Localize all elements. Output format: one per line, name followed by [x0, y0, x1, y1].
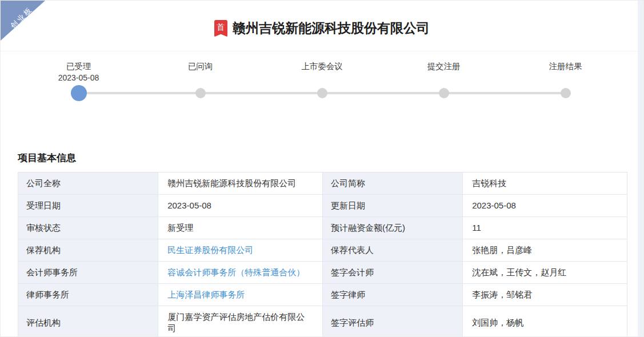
- row-value-2-text: 李振涛，邹铭君: [472, 290, 532, 299]
- timeline-step-dot-icon: [71, 85, 87, 101]
- timeline-step-date: 2023-05-08: [58, 72, 99, 83]
- project-status-page: 创业板 首 赣州吉锐新能源科技股份有限公司 已受理 2023-05-08 已问询…: [0, 0, 644, 337]
- project-basic-info-table: 公司全称 赣州吉锐新能源科技股份有限公司 公司简称 吉锐科技 受理日期 2023…: [18, 172, 627, 337]
- row-label-1: 审核状态: [18, 217, 158, 239]
- row-value-2: 张艳朋，吕彦峰: [463, 239, 627, 262]
- table-row: 评估机构 厦门嘉学资产评估房地产估价有限公司 签字评估师 刘国帅，杨帆: [18, 306, 627, 337]
- row-label-1: 保荐机构: [18, 239, 158, 262]
- timeline-step-label: 已问询: [188, 61, 213, 72]
- timeline-step-label: 注册结果: [549, 61, 582, 72]
- row-value-1-text: 新受理: [167, 223, 193, 232]
- row-value-1: 容诚会计师事务所（特殊普通合伙）: [158, 262, 323, 284]
- table-row: 保荐机构 民生证券股份有限公司 保荐代表人 张艳朋，吕彦峰: [18, 239, 627, 262]
- timeline-step-dot-icon: [195, 88, 206, 98]
- timeline-step: 注册结果: [505, 61, 626, 101]
- review-progress-timeline: 已受理 2023-05-08 已问询 上市委会议 提交注册 注册结果: [18, 61, 626, 106]
- timeline-step-dot-icon: [439, 88, 449, 98]
- row-value-2: 2023-05-08: [463, 195, 627, 217]
- row-label-2: 签字评估师: [322, 306, 462, 337]
- row-value-1: 2023-05-08: [158, 195, 323, 217]
- row-value-2-text: 张艳朋，吕彦峰: [472, 245, 532, 255]
- row-label-1: 受理日期: [18, 195, 158, 217]
- company-title: 赣州吉锐新能源科技股份有限公司: [233, 19, 430, 37]
- row-value-2-text: 2023-05-08: [472, 200, 516, 210]
- row-value-1: 赣州吉锐新能源科技股份有限公司: [158, 172, 323, 195]
- row-value-1: 民生证券股份有限公司: [158, 239, 323, 262]
- row-value-2-text: 沈在斌，王传文，赵月红: [472, 267, 566, 277]
- title-row: 首 赣州吉锐新能源科技股份有限公司: [1, 1, 643, 37]
- page-header: 首 赣州吉锐新能源科技股份有限公司: [1, 1, 643, 51]
- table-row: 审核状态 新受理 预计融资金额(亿元) 11: [18, 217, 627, 239]
- timeline-step: 提交注册: [383, 61, 505, 101]
- row-label-1: 公司全称: [18, 172, 158, 195]
- row-value-1: 新受理: [158, 217, 323, 239]
- row-value-1-text: 厦门嘉学资产评估房地产估价有限公司: [167, 312, 305, 333]
- row-value-2: 李振涛，邹铭君: [463, 284, 627, 306]
- row-value-1-link[interactable]: 容诚会计师事务所（特殊普通合伙）: [167, 267, 305, 277]
- row-value-2-text: 刘国帅，杨帆: [472, 318, 523, 327]
- row-label-2: 签字会计师: [322, 262, 462, 284]
- timeline-dot-holder: [439, 85, 449, 101]
- timeline-steps: 已受理 2023-05-08 已问询 上市委会议 提交注册 注册结果: [18, 61, 626, 101]
- row-value-2: 沈在斌，王传文，赵月红: [463, 262, 627, 284]
- timeline-step: 已问询: [139, 61, 261, 101]
- row-value-1-text: 2023-05-08: [167, 200, 211, 210]
- row-value-2-text: 吉锐科技: [472, 178, 506, 188]
- table-row: 会计师事务所 容诚会计师事务所（特殊普通合伙） 签字会计师 沈在斌，王传文，赵月…: [18, 262, 627, 284]
- row-value-2: 吉锐科技: [463, 172, 627, 195]
- first-issue-badge-icon: 首: [214, 20, 227, 37]
- row-value-2: 刘国帅，杨帆: [463, 306, 627, 337]
- row-label-1: 评估机构: [18, 306, 158, 337]
- table-row: 公司全称 赣州吉锐新能源科技股份有限公司 公司简称 吉锐科技: [18, 172, 627, 195]
- row-label-2: 签字律师: [322, 284, 462, 306]
- row-label-1: 会计师事务所: [18, 262, 158, 284]
- timeline-step-dot-icon: [561, 88, 571, 98]
- row-label-2: 保荐代表人: [322, 239, 462, 262]
- timeline-dot-holder: [317, 85, 327, 101]
- row-value-2: 11: [463, 217, 627, 239]
- timeline-dot-holder: [195, 85, 206, 101]
- row-label-1: 律师事务所: [18, 284, 158, 306]
- row-label-2: 更新日期: [322, 195, 462, 217]
- timeline-step-label: 提交注册: [427, 61, 461, 72]
- row-value-1: 厦门嘉学资产评估房地产估价有限公司: [158, 306, 323, 337]
- row-label-2: 公司简称: [322, 172, 462, 195]
- row-value-1-text: 赣州吉锐新能源科技股份有限公司: [167, 178, 296, 188]
- row-value-2-text: 11: [472, 223, 481, 232]
- timeline-step: 已受理 2023-05-08: [18, 61, 139, 101]
- row-value-1-link[interactable]: 民生证券股份有限公司: [167, 245, 253, 255]
- vertical-scrollbar[interactable]: [638, 1, 643, 336]
- row-value-1-link[interactable]: 上海泽昌律师事务所: [167, 290, 245, 299]
- table-row: 律师事务所 上海泽昌律师事务所 签字律师 李振涛，邹铭君: [18, 284, 627, 306]
- row-value-1: 上海泽昌律师事务所: [158, 284, 323, 306]
- timeline-dot-holder: [71, 85, 87, 101]
- row-label-2: 预计融资金额(亿元): [322, 217, 462, 239]
- timeline-step-label: 已受理: [66, 61, 91, 72]
- table-row: 受理日期 2023-05-08 更新日期 2023-05-08: [18, 195, 627, 217]
- timeline-step: 上市委会议: [261, 61, 383, 101]
- section-title-basic-info: 项目基本信息: [18, 151, 626, 165]
- timeline-step-label: 上市委会议: [301, 61, 343, 72]
- timeline-step-dot-icon: [317, 88, 327, 98]
- timeline-dot-holder: [561, 85, 571, 101]
